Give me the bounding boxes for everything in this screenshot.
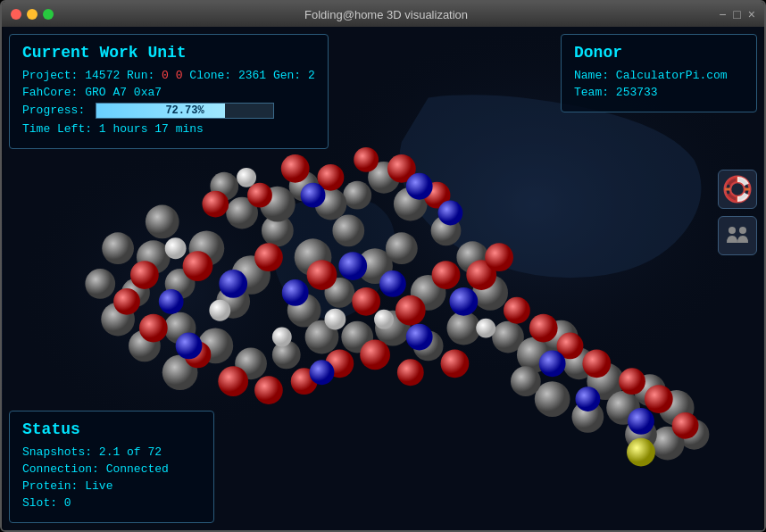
svg-point-106 [272, 328, 292, 347]
svg-point-83 [504, 297, 530, 324]
side-icons [718, 170, 757, 255]
svg-point-99 [438, 201, 463, 226]
svg-point-82 [485, 243, 513, 271]
svg-point-91 [282, 279, 309, 306]
donor-team-row: Team: 253733 [574, 86, 744, 99]
svg-point-73 [397, 359, 424, 386]
svg-point-69 [254, 376, 283, 404]
fahcore-label: FahCore: [22, 86, 78, 99]
title-bar-controls [11, 9, 54, 20]
donor-panel: Donor Name: CalculatorPi.com Team: 25373… [561, 34, 757, 112]
status-title: Status [22, 420, 201, 438]
svg-point-74 [441, 349, 470, 378]
svg-point-38 [102, 232, 134, 264]
svg-point-111 [476, 319, 495, 338]
help-icon-button[interactable] [718, 170, 757, 209]
svg-point-88 [645, 385, 673, 413]
snapshots-label: Snapshots: [22, 445, 92, 459]
svg-point-12 [386, 232, 418, 264]
svg-point-109 [237, 168, 256, 187]
time-left-row: Time Left: 1 hours 17 mins [22, 122, 315, 136]
svg-point-79 [281, 154, 310, 183]
window-frame: Folding@home 3D visualization − □ × [0, 0, 766, 532]
project-value: 14572 [85, 69, 120, 82]
svg-point-72 [360, 340, 390, 370]
svg-point-103 [575, 387, 600, 411]
lifesaver-icon [723, 175, 752, 204]
svg-point-89 [672, 412, 699, 439]
donor-name-label: Name: [574, 69, 609, 82]
svg-point-98 [449, 287, 478, 316]
main-content: Current Work Unit Project: 14572 Run: 0 … [2, 27, 764, 530]
svg-point-87 [619, 368, 645, 395]
protein-label: Protein: [22, 479, 78, 493]
svg-point-104 [628, 408, 654, 435]
run-value-num: 0 [176, 69, 183, 82]
svg-point-62 [432, 261, 461, 289]
title-bar-right: − □ × [719, 7, 755, 21]
close-icon[interactable]: × [748, 7, 755, 21]
svg-point-92 [338, 252, 367, 280]
svg-point-102 [539, 350, 566, 377]
svg-point-114 [730, 182, 745, 196]
connection-label: Connection: [22, 462, 99, 476]
svg-point-51 [511, 366, 541, 396]
team-icon-button[interactable] [718, 216, 757, 255]
svg-point-64 [130, 261, 159, 289]
work-unit-panel: Current Work Unit Project: 14572 Run: 0 … [9, 34, 329, 149]
svg-point-65 [113, 288, 140, 315]
svg-point-77 [354, 147, 379, 172]
svg-point-81 [202, 191, 229, 218]
run-label: Run: [127, 69, 154, 82]
time-left-label: Time Left: [22, 122, 92, 136]
svg-point-101 [301, 183, 326, 208]
window-title: Folding@home 3D visualization [54, 8, 719, 21]
donor-team-value: 253733 [616, 86, 658, 99]
project-row: Project: 14572 Run: 0 0 Clone: 2361 Gen:… [22, 69, 315, 82]
connection-value: Connected [106, 462, 169, 476]
maximize-button[interactable] [43, 9, 54, 20]
svg-point-61 [395, 295, 426, 326]
svg-point-86 [582, 349, 611, 378]
protein-value: Live [85, 479, 112, 493]
close-button[interactable] [11, 9, 21, 20]
svg-point-37 [146, 205, 179, 239]
svg-point-108 [374, 310, 394, 329]
slot-label: Slot: [22, 496, 57, 510]
progress-row: Progress: 72.73% [22, 103, 315, 119]
svg-point-119 [729, 227, 736, 234]
svg-point-105 [209, 300, 230, 321]
svg-point-80 [247, 183, 272, 208]
connection-row: Connection: Connected [22, 462, 201, 476]
svg-point-8 [332, 215, 364, 247]
fahcore-value: GRO A7 0xa7 [85, 86, 162, 99]
svg-point-31 [343, 181, 371, 210]
svg-point-60 [352, 287, 380, 316]
svg-point-93 [379, 270, 406, 297]
work-unit-title: Current Work Unit [22, 44, 315, 62]
snapshots-row: Snapshots: 2.1 of 72 [22, 445, 201, 459]
group-icon [723, 221, 752, 250]
minimize-button[interactable] [27, 9, 37, 20]
svg-point-58 [254, 243, 283, 271]
progress-label: Progress: [22, 104, 85, 117]
restore-icon[interactable]: □ [733, 7, 740, 21]
status-panel: Status Snapshots: 2.1 of 72 Connection: … [9, 411, 214, 523]
protein-row: Protein: Live [22, 479, 201, 493]
snapshots-value: 2.1 of 72 [99, 445, 162, 459]
slot-value: 0 [64, 496, 71, 510]
svg-point-107 [324, 309, 346, 330]
svg-point-57 [183, 251, 213, 281]
svg-point-84 [529, 314, 558, 343]
svg-point-97 [406, 324, 433, 351]
svg-point-39 [85, 269, 115, 299]
svg-point-66 [139, 314, 168, 343]
svg-point-25 [446, 312, 480, 345]
progress-bar-label: 72.73% [96, 104, 273, 118]
time-left-value: 1 hours 17 mins [99, 122, 204, 136]
svg-point-110 [165, 237, 187, 259]
minimize-icon[interactable]: − [719, 7, 726, 21]
donor-name-value: CalculatorPi.com [616, 69, 728, 82]
slot-row: Slot: 0 [22, 496, 201, 510]
donor-team-label: Team: [574, 86, 609, 99]
